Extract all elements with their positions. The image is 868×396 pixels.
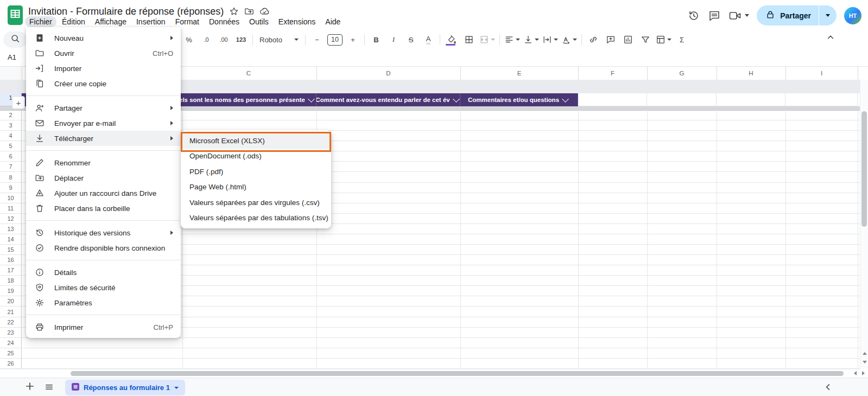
submenu-item-opendocument-ods-[interactable]: OpenDocument (.ods) [181, 149, 331, 164]
submenu-item-pdf-pdf-[interactable]: PDF (.pdf) [181, 164, 331, 180]
menu-item-placer-dans-la-corbeille[interactable]: Placer dans la corbeille [26, 201, 181, 216]
column-header-D[interactable]: D [316, 67, 461, 80]
column-header-E[interactable]: E [460, 67, 579, 80]
add-sheet-icon[interactable] [25, 381, 35, 394]
insert-comment-button[interactable] [603, 33, 619, 47]
horizontal-align-button[interactable] [503, 33, 521, 47]
share-options-button[interactable] [819, 5, 837, 25]
menubar-item-donnees[interactable]: Données [205, 16, 244, 27]
row-header-19[interactable]: 19 [0, 286, 22, 296]
insert-chart-button[interactable] [620, 33, 636, 47]
menu-item-limites-de-securite[interactable]: Limites de sécurité [26, 280, 181, 295]
sheet-tab-caret-icon[interactable] [174, 387, 179, 389]
bold-button[interactable]: B [368, 33, 384, 47]
row-header-14[interactable]: 14 [0, 234, 22, 244]
row-header-17[interactable]: 17 [0, 265, 22, 275]
form-header-cell-C[interactable]: uels sont les noms des personnes présent… [181, 93, 316, 106]
row-header-23[interactable]: 23 [0, 328, 22, 337]
collapse-toolbar-icon[interactable] [827, 34, 834, 43]
row-cells[interactable] [22, 359, 860, 368]
row-header-4[interactable]: 4 [0, 131, 22, 140]
menubar-item-extensions[interactable]: Extensions [274, 16, 320, 27]
menubar-item-affichage[interactable]: Affichage [91, 16, 131, 27]
row-header-11[interactable]: 11 [0, 203, 22, 213]
comments-icon[interactable] [708, 9, 721, 22]
version-history-icon[interactable] [687, 9, 700, 22]
video-call-icon[interactable] [728, 9, 749, 22]
menu-item-ajouter-un-raccourci-dans-drive[interactable]: Ajouter un raccourci dans Drive [26, 186, 181, 201]
cell-I1[interactable] [785, 93, 858, 106]
vertical-scrollbar-thumb[interactable] [861, 111, 867, 227]
row-header-10[interactable]: 10 [0, 193, 22, 203]
menu-item-partager[interactable]: Partager [26, 100, 181, 116]
submenu-item-valeurs-separees-par-des-tabulations-tsv-[interactable]: Valeurs séparées par des tabulations (.t… [181, 210, 331, 226]
scroll-right-icon[interactable] [862, 371, 865, 375]
submenu-item-microsoft-excel-xlsx-[interactable]: Microsoft Excel (XLSX) [181, 133, 331, 149]
select-all-corner[interactable] [0, 67, 22, 80]
scroll-up-icon[interactable] [863, 352, 867, 355]
menu-item-details[interactable]: Détails [26, 265, 181, 280]
row-header-2[interactable]: 2 [0, 110, 22, 120]
menu-item-importer[interactable]: Importer [26, 61, 181, 76]
vertical-align-button[interactable] [522, 33, 540, 47]
more-number-formats-button[interactable]: 123 [233, 33, 249, 47]
column-header-H[interactable]: H [717, 67, 786, 80]
menu-item-creer-une-copie[interactable]: Créer une copie [26, 76, 181, 91]
row-cells[interactable] [22, 348, 860, 358]
horizontal-scrollbar-thumb[interactable] [71, 371, 844, 376]
show-side-panel-icon[interactable] [824, 383, 832, 393]
menu-item-renommer[interactable]: Renommer [26, 155, 181, 170]
increase-decimal-places-button[interactable]: .00 [216, 33, 232, 47]
row-header-5[interactable]: 5 [0, 141, 22, 151]
menu-item-deplacer[interactable]: Déplacer [26, 170, 181, 186]
filter-chevron-icon[interactable] [562, 95, 569, 103]
strikethrough-button[interactable]: S [403, 33, 419, 47]
column-header-I[interactable]: I [785, 67, 858, 80]
menu-item-ouvrir[interactable]: OuvrirCtrl+O [26, 46, 181, 61]
row-header-26[interactable]: 26 [0, 359, 22, 368]
name-box[interactable]: A1 [8, 53, 16, 61]
row-header-3[interactable]: 3 [0, 120, 22, 130]
row-header-13[interactable]: 13 [0, 224, 22, 234]
menubar-item-fichier[interactable]: Fichier [25, 16, 56, 27]
menu-item-envoyer-par-e-mail[interactable]: Envoyer par e-mail [26, 116, 181, 131]
vertical-scrollbar[interactable] [860, 80, 868, 369]
grid-row-26[interactable]: 26 [0, 359, 860, 369]
menu-item-rendre-disponible-hors-connexion[interactable]: Rendre disponible hors connexion [26, 240, 181, 256]
increase-font-size-button[interactable]: + [345, 33, 361, 47]
menu-item-historique-des-versions[interactable]: Historique des versions [26, 225, 181, 240]
column-header-G[interactable]: G [647, 67, 717, 80]
form-header-cell-E[interactable]: Commentaires et/ou questions [460, 93, 578, 106]
column-header-F[interactable]: F [578, 67, 648, 80]
fill-color-button[interactable] [443, 33, 460, 47]
create-filter-button[interactable] [637, 33, 654, 47]
row-header-22[interactable]: 22 [0, 317, 22, 327]
scroll-left-icon[interactable] [854, 371, 857, 375]
font-size-button[interactable]: 10 [326, 33, 344, 47]
font-family-button[interactable]: Roboto [256, 33, 302, 47]
row-header-6[interactable]: 6 [0, 151, 22, 161]
row-header-16[interactable]: 16 [0, 255, 22, 265]
menu-item-telecharger[interactable]: Télécharger [26, 131, 181, 146]
column-header-C[interactable]: C [181, 67, 317, 80]
filter-chevron-icon[interactable] [308, 95, 315, 103]
all-sheets-icon[interactable] [45, 382, 54, 394]
table-views-button[interactable] [655, 33, 673, 47]
functions-button[interactable]: Σ [674, 33, 690, 47]
grid-row-24[interactable]: 24 [0, 338, 860, 348]
menubar-item-outils[interactable]: Outils [245, 16, 273, 27]
row-header-7[interactable]: 7 [0, 162, 22, 171]
video-call-caret-icon[interactable] [745, 14, 749, 17]
sheet-tab-responses[interactable]: Réponses au formulaire 1 [65, 380, 185, 395]
menu-item-imprimer[interactable]: ImprimerCtrl+P [26, 320, 181, 335]
row-header-12[interactable]: 12 [0, 214, 22, 223]
text-color-button[interactable]: A [420, 33, 436, 47]
menubar-item-aide[interactable]: Aide [321, 16, 345, 27]
scroll-down-icon[interactable] [863, 361, 867, 363]
share-button[interactable]: Partager [757, 5, 819, 25]
search-button[interactable] [3, 31, 27, 48]
insert-link-button[interactable] [585, 33, 601, 47]
percent-format-button[interactable]: % [181, 33, 197, 47]
horizontal-scrollbar[interactable] [0, 369, 860, 378]
row-header-15[interactable]: 15 [0, 245, 22, 254]
